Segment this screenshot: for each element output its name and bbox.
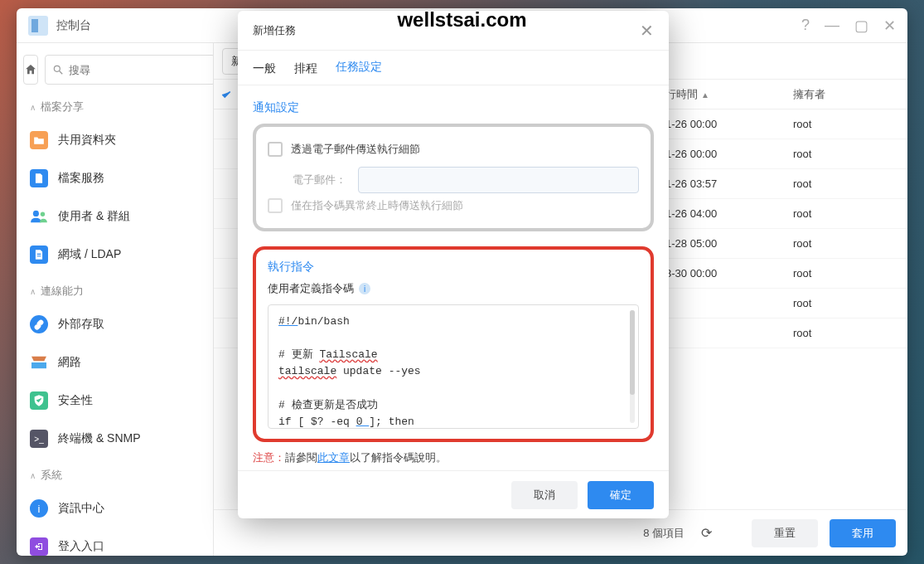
sidebar-item-external-access[interactable]: 外部存取: [23, 307, 206, 342]
sidebar-item-network[interactable]: 網路: [23, 345, 206, 380]
login-icon: [30, 537, 48, 556]
svg-rect-4: [31, 362, 46, 368]
home-button[interactable]: [23, 55, 38, 85]
svg-point-2: [33, 211, 39, 216]
folder-icon: [30, 131, 48, 149]
script-textarea[interactable]: #!/bin/bash # 更新 Tailscale tailscale upd…: [268, 304, 639, 429]
section-file-sharing[interactable]: ∧檔案分享: [23, 91, 206, 119]
sidebar-item-security[interactable]: 安全性: [23, 383, 206, 418]
cancel-button[interactable]: 取消: [511, 481, 578, 509]
section-connectivity[interactable]: ∧連線能力: [23, 275, 206, 304]
header-check-icon: [220, 89, 232, 100]
search-input[interactable]: [69, 64, 208, 76]
refresh-icon[interactable]: ⟳: [701, 525, 712, 541]
sidebar-item-users-groups[interactable]: 使用者 & 群組: [23, 199, 206, 234]
tab-task-settings[interactable]: 任務設定: [336, 60, 382, 85]
apply-button[interactable]: 套用: [830, 519, 896, 547]
item-count: 8 個項目: [643, 526, 685, 541]
info-icon[interactable]: i: [359, 283, 370, 294]
section-system[interactable]: ∧系統: [23, 459, 206, 488]
dialog-body: 通知設定 透過電子郵件傳送執行細節 電子郵件： 僅在指令碼異常終止時傳送執行細節…: [238, 85, 669, 470]
svg-point-3: [41, 212, 45, 216]
exec-section-title: 執行指令: [268, 260, 639, 275]
svg-point-0: [54, 66, 60, 71]
minimize-icon[interactable]: —: [825, 17, 839, 35]
svg-line-1: [60, 71, 63, 75]
script-label: 使用者定義指令碼: [268, 281, 354, 296]
help-icon[interactable]: ?: [801, 17, 810, 35]
close-icon[interactable]: ✕: [883, 17, 896, 35]
dialog-close-icon[interactable]: ✕: [640, 21, 654, 41]
email-label: 電子郵件：: [293, 173, 346, 187]
dialog-header: 新增任務 ✕: [238, 11, 669, 51]
notify-settings-box: 透過電子郵件傳送執行細節 電子郵件： 僅在指令碼異常終止時傳送執行細節: [253, 124, 654, 231]
sidebar-item-domain-ldap[interactable]: 網域 / LDAP: [23, 237, 206, 272]
dialog-footer: 取消 確定: [238, 470, 669, 518]
notify-section-title: 通知設定: [253, 100, 654, 115]
script-note: 注意：請參閱此文章以了解指令碼說明。: [253, 450, 654, 465]
tab-schedule[interactable]: 排程: [294, 61, 317, 85]
window-title: 控制台: [56, 18, 91, 33]
checkbox-icon: [268, 142, 283, 157]
home-icon: [24, 63, 37, 76]
terminal-icon: >_: [30, 430, 48, 448]
ok-button[interactable]: 確定: [588, 481, 654, 509]
sort-icon[interactable]: ▲: [701, 90, 709, 100]
add-task-dialog: 新增任務 ✕ 一般 排程 任務設定 通知設定 透過電子郵件傳送執行細節 電子郵件…: [238, 11, 669, 518]
exec-command-box: 執行指令 使用者定義指令碼 i #!/bin/bash # 更新 Tailsca…: [253, 246, 654, 442]
control-panel-icon: [28, 16, 48, 36]
shield-icon: [30, 391, 48, 410]
sidebar-item-login-portal[interactable]: 登入入口: [23, 529, 206, 556]
ldap-icon: [30, 246, 48, 264]
maximize-icon[interactable]: ▢: [854, 17, 868, 35]
sidebar-item-info-center[interactable]: i資訊中心: [23, 491, 206, 526]
tab-general[interactable]: 一般: [253, 61, 276, 85]
users-icon: [30, 207, 48, 226]
sidebar-item-shared-folder[interactable]: 共用資料夾: [23, 123, 206, 158]
network-icon: [30, 353, 48, 372]
sidebar-item-file-services[interactable]: 檔案服務: [23, 161, 206, 196]
checkbox-only-on-error: 僅在指令碼異常終止時傳送執行細節: [268, 198, 639, 213]
sidebar: ∧檔案分享 共用資料夾 檔案服務 使用者 & 群組 網域 / LDAP ∧連線能…: [17, 43, 214, 556]
checkbox-icon: [268, 198, 283, 213]
search-icon: [52, 64, 64, 75]
dialog-title: 新增任務: [253, 23, 296, 38]
info-icon: i: [30, 499, 48, 518]
search-input-wrap[interactable]: [45, 55, 214, 85]
reset-button[interactable]: 重置: [752, 519, 818, 547]
dialog-tabs: 一般 排程 任務設定: [238, 51, 669, 85]
scrollbar-thumb[interactable]: [630, 310, 635, 395]
sidebar-item-terminal-snmp[interactable]: >_終端機 & SNMP: [23, 421, 206, 456]
checkbox-send-email[interactable]: 透過電子郵件傳送執行細節: [268, 142, 639, 157]
file-service-icon: [30, 169, 48, 187]
note-article-link[interactable]: 此文章: [317, 451, 350, 464]
link-icon: [30, 315, 48, 333]
email-input[interactable]: [358, 167, 639, 193]
